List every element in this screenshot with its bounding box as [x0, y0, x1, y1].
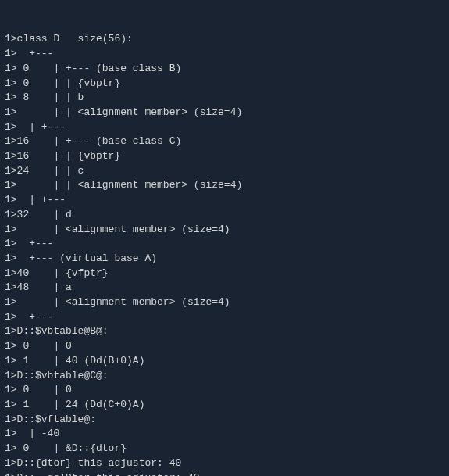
output-line: 1>class D size(56):: [5, 32, 449, 47]
output-line: 1> | <alignment member> (size=4): [5, 223, 449, 238]
output-line: 1> 0 | 0: [5, 383, 449, 398]
output-line: 1>16 | | {vbptr}: [5, 149, 449, 164]
output-line: 1>16 | +--- (base class C): [5, 134, 449, 149]
output-line: 1> +---: [5, 47, 449, 62]
output-line: 1> | +---: [5, 120, 449, 135]
output-line: 1> 1 | 24 (Dd(C+0)A): [5, 398, 449, 413]
output-line: 1>D::$vbtable@B@:: [5, 324, 449, 339]
output-line: 1>D::$vbtable@C@:: [5, 369, 449, 384]
output-line: 1> 0 | | {vbptr}: [5, 77, 449, 91]
output-line: 1> | | <alignment member> (size=4): [5, 106, 449, 120]
output-line: 1> 0 | &D::{dtor}: [5, 442, 449, 456]
output-line: 1> | <alignment member> (size=4): [5, 295, 449, 310]
output-line: 1> +--- (virtual base A): [5, 252, 449, 267]
output-line: 1> +---: [5, 310, 449, 325]
output-line: 1>D::$vftable@:: [5, 413, 449, 428]
output-line: 1>D::__delDtor this adjustor: 40: [5, 471, 449, 477]
output-line: 1> 0 | 0: [5, 339, 449, 354]
output-line: 1>24 | | c: [5, 164, 449, 179]
output-line: 1> 8 | | b: [5, 91, 449, 106]
output-line: 1> 0 | +--- (base class B): [5, 62, 449, 77]
terminal-output[interactable]: 1>class D size(56):1> +---1> 0 | +--- (b…: [0, 0, 449, 476]
output-line: 1>32 | d: [5, 208, 449, 223]
output-line: 1> | +---: [5, 193, 449, 208]
output-line: 1> 1 | 40 (Dd(B+0)A): [5, 354, 449, 369]
output-line: 1> | -40: [5, 427, 449, 442]
output-line: 1> | | <alignment member> (size=4): [5, 178, 449, 193]
output-lines: 1>class D size(56):1> +---1> 0 | +--- (b…: [5, 32, 449, 476]
output-line: 1>40 | {vfptr}: [5, 267, 449, 281]
output-line: 1> +---: [5, 237, 449, 252]
output-line: 1>48 | a: [5, 281, 449, 295]
output-line: 1>D::{dtor} this adjustor: 40: [5, 456, 449, 471]
